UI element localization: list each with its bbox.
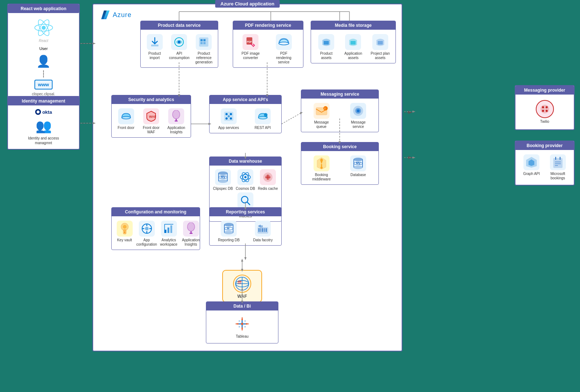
reporting-db-label: Reporting DB: [218, 238, 240, 242]
twilio-icon: [536, 100, 554, 118]
svg-point-157: [239, 326, 240, 328]
analytics-workspace-icon: [161, 221, 177, 237]
reporting-services-header: Reporting services: [210, 208, 281, 216]
messaging-service-header: Messaging service: [301, 90, 378, 99]
reporting-services-box: Reporting services M Reporting DB Data f…: [209, 207, 282, 246]
svg-rect-98: [264, 228, 265, 232]
identity-label: Identity and accessmanagmnt: [28, 136, 59, 145]
identity-box-title: Identity management: [8, 97, 79, 105]
svg-rect-97: [262, 228, 263, 232]
redis-cache-item: Redis cache: [258, 169, 278, 191]
svg-point-54: [354, 158, 362, 161]
messaging-service-box: Messaging service ! Messagequeue Message…: [301, 89, 379, 132]
clipspec-db-label: Clipspec DB: [213, 187, 233, 191]
message-queue-label: Messagequeue: [314, 120, 329, 129]
search-indexes-icon: [237, 192, 253, 208]
pdf-converter-label: PDF imageconverter: [241, 51, 260, 60]
message-queue-item: ! Messagequeue: [311, 103, 331, 129]
svg-rect-25: [200, 42, 203, 44]
app-service-box: App service and API's App services REST …: [209, 95, 282, 133]
redis-cache-icon: [260, 169, 276, 185]
data-warehouse-header: Data warehouse: [210, 157, 281, 166]
database-icon: My: [350, 155, 366, 171]
application-assets-label: Applicationassets: [344, 51, 362, 60]
graph-api-label: Graph API: [523, 172, 540, 176]
identity-content: okta 👥 Identity and accessmanagmnt: [8, 105, 79, 149]
app-services-label: App services: [218, 126, 239, 130]
project-plan-assets-icon: [372, 34, 388, 50]
waf-box: WAF WAF: [222, 270, 262, 303]
app-config-label: Appconfiguration: [136, 238, 157, 247]
app-config-icon: [139, 221, 155, 237]
key-vault-item: Key vault: [115, 221, 134, 242]
security-analytics-box: Security and analytics Front door WAF Fr…: [111, 95, 191, 138]
data-bi-content: Tableau: [206, 310, 278, 343]
svg-point-44: [258, 117, 267, 119]
config-monitoring-box: Configuration and monitoring Key vault A…: [111, 207, 200, 250]
graph-api-icon: [523, 154, 539, 170]
app-insights-security-label: ApplicationInsights: [167, 126, 185, 134]
media-storage-content: Productassets Applicationassets Project …: [311, 30, 395, 63]
svg-point-55: [354, 166, 362, 169]
clipspec-db-icon: My: [215, 169, 231, 185]
media-storage-box: Media file storage Productassets Applica…: [311, 21, 396, 63]
front-door-waf-item: WAF Front doorWAF: [141, 108, 161, 134]
identity-management-box: Identity management okta 👥 Identity and …: [7, 96, 80, 150]
config-monitoring-content: Key vault Appconfiguration Analyticswork…: [112, 216, 200, 250]
booking-provider-box: Booking provider Graph API Microsoftbook…: [515, 141, 575, 185]
react-icon: [33, 17, 54, 38]
svg-point-51: [357, 109, 360, 112]
cosmos-db-label: Cosmos DB: [236, 187, 255, 191]
app-services-icon: [221, 108, 237, 124]
front-door-waf-label: Front doorWAF: [143, 126, 160, 134]
product-data-content: Productimport APIconsumption Productrefe…: [141, 30, 218, 67]
rest-api-label: REST API: [254, 126, 271, 130]
rest-api-item: REST API: [253, 108, 273, 130]
svg-point-90: [224, 223, 233, 226]
clipspec-db-item: My Clipspec DB: [213, 169, 233, 191]
svg-point-59: [219, 180, 227, 183]
product-assets-item: Productassets: [316, 34, 336, 60]
pdf-converter-icon: PDF: [243, 34, 258, 50]
tableau-icon: [233, 315, 251, 333]
react-box-title: React web application: [8, 4, 79, 13]
tableau-item: Tableau: [232, 315, 252, 339]
svg-point-127: [542, 106, 544, 108]
database-item: My Database: [348, 155, 368, 177]
project-plan-assets-label: Project planassets: [370, 51, 390, 60]
product-ref-icon: [196, 34, 212, 50]
rest-api-icon: [255, 108, 271, 124]
azure-cloud-title: Azure Cloud application: [215, 0, 280, 8]
svg-point-77: [145, 227, 149, 230]
product-data-service-box: Product data service Productimport APIco…: [140, 21, 218, 68]
svg-point-42: [230, 117, 232, 120]
svg-point-53: [320, 167, 323, 169]
app-insights-config-item: ApplicationInsights: [181, 221, 201, 247]
message-service-label: Messageservice: [351, 120, 366, 129]
svg-rect-32: [378, 41, 383, 45]
svg-rect-84: [170, 225, 172, 233]
svg-text:PDF: PDF: [247, 41, 252, 43]
svg-marker-166: [413, 157, 415, 159]
analytics-workspace-item: Analyticsworkspace: [159, 221, 179, 247]
booking-middleware-item: Bookingmiddleware: [311, 155, 331, 182]
messaging-provider-header: Messaging provider: [515, 86, 574, 95]
messaging-service-content: ! Messagequeue Messageservice: [301, 99, 378, 132]
app-service-header: App service and API's: [210, 95, 281, 104]
svg-rect-99: [266, 228, 267, 232]
booking-provider-header: Booking provider: [515, 141, 574, 150]
front-door-item: Front door: [116, 108, 136, 130]
svg-rect-31: [351, 41, 356, 45]
product-data-header: Product data service: [141, 21, 218, 30]
svg-rect-24: [203, 39, 206, 41]
data-factory-icon: [255, 221, 271, 237]
svg-point-47: [323, 106, 328, 110]
svg-point-58: [219, 172, 227, 175]
svg-point-152: [241, 328, 243, 329]
front-door-label: Front door: [118, 126, 134, 130]
okta-logo: okta: [35, 109, 52, 115]
svg-rect-96: [260, 228, 261, 232]
reporting-db-icon: M: [221, 221, 237, 237]
svg-point-39: [225, 113, 228, 115]
svg-point-150: [241, 323, 243, 325]
